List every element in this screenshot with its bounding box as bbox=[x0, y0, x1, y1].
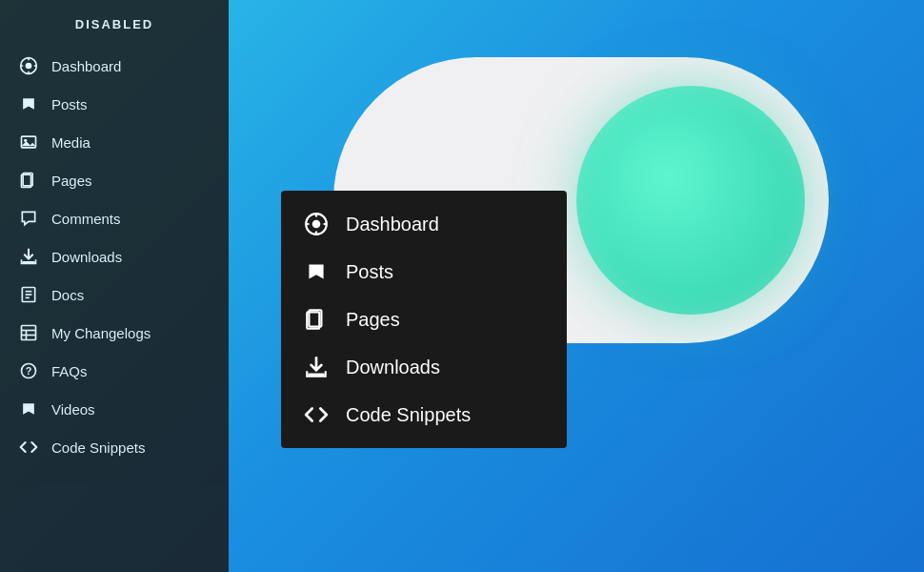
sidebar-item-posts[interactable]: Posts bbox=[0, 85, 229, 123]
sidebar-item-pages[interactable]: Pages bbox=[0, 161, 229, 199]
sidebar-label-code-snippets: Code Snippets bbox=[51, 439, 145, 456]
sidebar-label-posts: Posts bbox=[51, 96, 88, 112]
downloads-icon bbox=[19, 247, 38, 266]
right-sidebar-item-downloads[interactable]: Downloads bbox=[281, 343, 567, 391]
faqs-icon: ? bbox=[19, 361, 38, 380]
sidebar-label-docs: Docs bbox=[51, 287, 84, 303]
sidebar-item-code-snippets[interactable]: Code Snippets bbox=[0, 428, 229, 466]
sidebar-label-downloads: Downloads bbox=[51, 249, 122, 265]
sidebar-label-videos: Videos bbox=[51, 401, 95, 418]
sidebar-item-comments[interactable]: Comments bbox=[0, 199, 229, 237]
sidebar-item-media[interactable]: Media bbox=[0, 123, 229, 161]
changelogs-icon bbox=[19, 323, 38, 342]
toggle-knob bbox=[576, 86, 805, 315]
right-sidebar-label-posts: Posts bbox=[346, 261, 393, 283]
right-sidebar-label-pages: Pages bbox=[346, 309, 400, 331]
right-sidebar-item-code-snippets[interactable]: Code Snippets bbox=[281, 391, 567, 439]
right-sidebar-item-pages[interactable]: Pages bbox=[281, 296, 567, 343]
sidebar-item-downloads[interactable]: Downloads bbox=[0, 237, 229, 276]
sidebar-item-faqs[interactable]: ? FAQs bbox=[0, 352, 229, 390]
docs-icon bbox=[19, 285, 38, 304]
sidebar-item-docs[interactable]: Docs bbox=[0, 276, 229, 314]
sidebar-label-media: Media bbox=[51, 134, 90, 151]
dashboard-icon bbox=[19, 56, 38, 75]
sidebar-item-dashboard[interactable]: Dashboard bbox=[0, 47, 229, 85]
sidebar-label-pages: Pages bbox=[51, 173, 92, 189]
sidebar-item-videos[interactable]: Videos bbox=[0, 390, 229, 428]
right-sidebar-item-dashboard[interactable]: Dashboard bbox=[281, 200, 567, 248]
right-sidebar-label-code-snippets: Code Snippets bbox=[346, 404, 471, 426]
posts-icon-right bbox=[304, 259, 329, 284]
right-sidebar-label-dashboard: Dashboard bbox=[346, 214, 439, 235]
right-sidebar-label-downloads: Downloads bbox=[346, 357, 440, 378]
sidebar-label-comments: Comments bbox=[51, 211, 121, 227]
videos-icon bbox=[19, 399, 38, 419]
right-sidebar: Dashboard Posts Pages Downloads Code Sni… bbox=[281, 191, 567, 448]
sidebar-label-dashboard: Dashboard bbox=[51, 58, 121, 74]
svg-point-1 bbox=[26, 63, 32, 70]
sidebar-label-changelogs: My Changelogs bbox=[51, 325, 151, 341]
code-snippets-icon bbox=[19, 438, 38, 457]
left-sidebar: DISABLED Dashboard Posts Media Pages Com… bbox=[0, 0, 229, 572]
downloads-icon-right bbox=[304, 355, 329, 379]
sidebar-item-changelogs[interactable]: My Changelogs bbox=[0, 314, 229, 352]
dashboard-icon-right bbox=[304, 212, 329, 236]
media-icon bbox=[19, 133, 38, 152]
svg-point-18 bbox=[312, 220, 321, 229]
disabled-label: DISABLED bbox=[0, 10, 229, 47]
right-sidebar-item-posts[interactable]: Posts bbox=[281, 248, 567, 296]
pages-icon bbox=[19, 171, 38, 190]
svg-rect-11 bbox=[22, 326, 36, 340]
posts-icon bbox=[19, 94, 38, 113]
pages-icon-right bbox=[304, 307, 329, 332]
svg-text:?: ? bbox=[26, 365, 32, 377]
comments-icon bbox=[19, 209, 38, 228]
sidebar-label-faqs: FAQs bbox=[51, 363, 88, 379]
code-snippets-icon-right bbox=[304, 402, 329, 427]
